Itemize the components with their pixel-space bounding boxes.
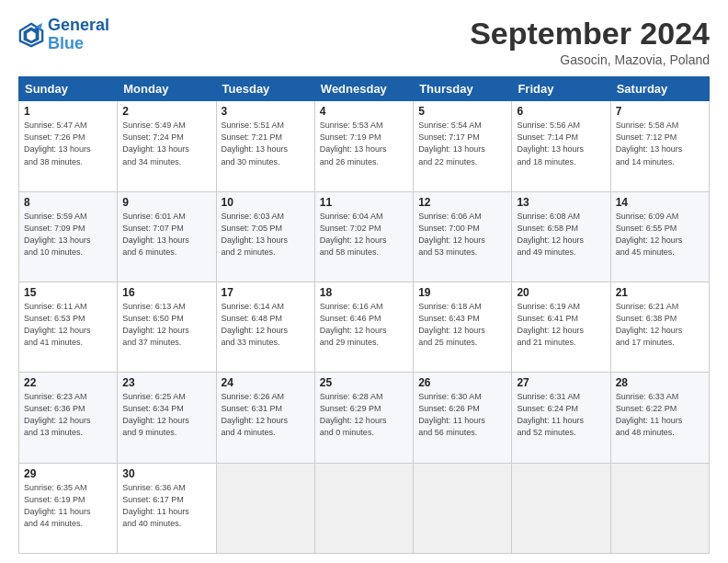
calendar-day-cell: 17Sunrise: 6:14 AM Sunset: 6:48 PM Dayli… (216, 282, 314, 373)
day-number: 15 (24, 286, 112, 299)
logo-line1: General (48, 17, 109, 35)
day-number: 3 (222, 105, 310, 118)
day-number: 2 (122, 105, 210, 118)
day-number: 25 (320, 376, 408, 389)
col-saturday: Saturday (610, 77, 709, 101)
calendar-table: Sunday Monday Tuesday Wednesday Thursday… (18, 76, 710, 554)
col-wednesday: Wednesday (314, 77, 413, 101)
calendar-week-row: 1Sunrise: 5:47 AM Sunset: 7:26 PM Daylig… (19, 101, 710, 191)
day-number: 6 (517, 105, 605, 118)
day-detail: Sunrise: 6:36 AM Sunset: 6:17 PM Dayligh… (122, 482, 210, 530)
day-detail: Sunrise: 5:49 AM Sunset: 7:24 PM Dayligh… (122, 120, 210, 167)
calendar-day-cell: 15Sunrise: 6:11 AM Sunset: 6:53 PM Dayli… (19, 282, 118, 373)
calendar-day-cell (610, 463, 709, 553)
day-detail: Sunrise: 6:01 AM Sunset: 7:07 PM Dayligh… (122, 211, 210, 259)
calendar-day-cell: 8Sunrise: 5:59 AM Sunset: 7:09 PM Daylig… (19, 191, 118, 282)
day-number: 13 (517, 196, 605, 209)
day-detail: Sunrise: 6:30 AM Sunset: 6:26 PM Dayligh… (418, 391, 506, 439)
calendar-title: September 2024 (470, 17, 710, 51)
day-detail: Sunrise: 6:25 AM Sunset: 6:34 PM Dayligh… (122, 391, 210, 439)
calendar-day-cell: 16Sunrise: 6:13 AM Sunset: 6:50 PM Dayli… (118, 282, 216, 373)
day-detail: Sunrise: 6:03 AM Sunset: 7:05 PM Dayligh… (222, 211, 310, 259)
header-row: Sunday Monday Tuesday Wednesday Thursday… (19, 77, 710, 101)
day-number: 28 (616, 376, 704, 389)
calendar-day-cell: 6Sunrise: 5:56 AM Sunset: 7:14 PM Daylig… (512, 101, 610, 191)
calendar-day-cell: 3Sunrise: 5:51 AM Sunset: 7:21 PM Daylig… (216, 101, 314, 191)
day-number: 29 (24, 467, 112, 480)
day-number: 8 (24, 196, 112, 209)
calendar-day-cell: 11Sunrise: 6:04 AM Sunset: 7:02 PM Dayli… (314, 191, 413, 282)
day-detail: Sunrise: 6:11 AM Sunset: 6:53 PM Dayligh… (24, 301, 112, 349)
day-detail: Sunrise: 5:54 AM Sunset: 7:17 PM Dayligh… (418, 120, 506, 167)
col-thursday: Thursday (414, 77, 512, 101)
calendar-day-cell: 7Sunrise: 5:58 AM Sunset: 7:12 PM Daylig… (610, 101, 709, 191)
day-number: 30 (122, 467, 210, 480)
day-detail: Sunrise: 6:31 AM Sunset: 6:24 PM Dayligh… (517, 391, 605, 439)
calendar-day-cell: 4Sunrise: 5:53 AM Sunset: 7:19 PM Daylig… (314, 101, 413, 191)
logo-text: General Blue (48, 17, 109, 53)
calendar-day-cell: 29Sunrise: 6:35 AM Sunset: 6:19 PM Dayli… (19, 463, 118, 553)
day-number: 5 (418, 105, 506, 118)
calendar-day-cell (512, 463, 610, 553)
calendar-day-cell: 23Sunrise: 6:25 AM Sunset: 6:34 PM Dayli… (118, 373, 216, 463)
calendar-day-cell: 5Sunrise: 5:54 AM Sunset: 7:17 PM Daylig… (414, 101, 512, 191)
day-number: 24 (222, 376, 310, 389)
day-detail: Sunrise: 6:04 AM Sunset: 7:02 PM Dayligh… (320, 211, 408, 259)
day-detail: Sunrise: 6:16 AM Sunset: 6:46 PM Dayligh… (320, 301, 408, 349)
day-number: 7 (616, 105, 704, 118)
logo-line2: Blue (48, 35, 109, 53)
day-number: 19 (418, 286, 506, 299)
day-number: 20 (517, 286, 605, 299)
col-friday: Friday (512, 77, 610, 101)
day-number: 21 (616, 286, 704, 299)
calendar-body: 1Sunrise: 5:47 AM Sunset: 7:26 PM Daylig… (19, 101, 710, 554)
calendar-day-cell: 13Sunrise: 6:08 AM Sunset: 6:58 PM Dayli… (512, 191, 610, 282)
calendar-header: Sunday Monday Tuesday Wednesday Thursday… (19, 77, 710, 101)
calendar-week-row: 15Sunrise: 6:11 AM Sunset: 6:53 PM Dayli… (19, 282, 710, 373)
calendar-day-cell: 21Sunrise: 6:21 AM Sunset: 6:38 PM Dayli… (610, 282, 709, 373)
day-number: 16 (122, 286, 210, 299)
general-blue-logo-icon (18, 22, 44, 48)
day-detail: Sunrise: 6:26 AM Sunset: 6:31 PM Dayligh… (222, 391, 310, 439)
calendar-day-cell: 28Sunrise: 6:33 AM Sunset: 6:22 PM Dayli… (610, 373, 709, 463)
calendar-day-cell (314, 463, 413, 553)
day-detail: Sunrise: 6:06 AM Sunset: 7:00 PM Dayligh… (418, 211, 506, 259)
day-number: 14 (616, 196, 704, 209)
day-detail: Sunrise: 5:58 AM Sunset: 7:12 PM Dayligh… (616, 120, 704, 167)
calendar-day-cell: 22Sunrise: 6:23 AM Sunset: 6:36 PM Dayli… (19, 373, 118, 463)
day-number: 4 (320, 105, 408, 118)
calendar-day-cell: 20Sunrise: 6:19 AM Sunset: 6:41 PM Dayli… (512, 282, 610, 373)
day-detail: Sunrise: 6:18 AM Sunset: 6:43 PM Dayligh… (418, 301, 506, 349)
day-number: 17 (222, 286, 310, 299)
calendar-week-row: 22Sunrise: 6:23 AM Sunset: 6:36 PM Dayli… (19, 373, 710, 463)
day-detail: Sunrise: 6:09 AM Sunset: 6:55 PM Dayligh… (616, 211, 704, 259)
calendar-day-cell: 26Sunrise: 6:30 AM Sunset: 6:26 PM Dayli… (414, 373, 512, 463)
day-detail: Sunrise: 5:59 AM Sunset: 7:09 PM Dayligh… (24, 211, 112, 259)
day-number: 12 (418, 196, 506, 209)
calendar-day-cell: 14Sunrise: 6:09 AM Sunset: 6:55 PM Dayli… (610, 191, 709, 282)
col-monday: Monday (118, 77, 216, 101)
col-tuesday: Tuesday (216, 77, 314, 101)
day-detail: Sunrise: 5:51 AM Sunset: 7:21 PM Dayligh… (222, 120, 310, 167)
day-detail: Sunrise: 6:35 AM Sunset: 6:19 PM Dayligh… (24, 482, 112, 530)
calendar-day-cell: 12Sunrise: 6:06 AM Sunset: 7:00 PM Dayli… (414, 191, 512, 282)
day-detail: Sunrise: 6:28 AM Sunset: 6:29 PM Dayligh… (320, 391, 408, 439)
day-detail: Sunrise: 5:47 AM Sunset: 7:26 PM Dayligh… (24, 120, 112, 167)
day-number: 11 (320, 196, 408, 209)
day-number: 10 (222, 196, 310, 209)
header: General Blue September 2024 Gasocin, Maz… (18, 17, 710, 67)
calendar-day-cell: 2Sunrise: 5:49 AM Sunset: 7:24 PM Daylig… (118, 101, 216, 191)
calendar-day-cell: 25Sunrise: 6:28 AM Sunset: 6:29 PM Dayli… (314, 373, 413, 463)
day-detail: Sunrise: 6:23 AM Sunset: 6:36 PM Dayligh… (24, 391, 112, 439)
day-number: 9 (122, 196, 210, 209)
logo: General Blue (18, 17, 109, 53)
day-number: 22 (24, 376, 112, 389)
day-detail: Sunrise: 6:19 AM Sunset: 6:41 PM Dayligh… (517, 301, 605, 349)
day-detail: Sunrise: 6:08 AM Sunset: 6:58 PM Dayligh… (517, 211, 605, 259)
calendar-day-cell: 30Sunrise: 6:36 AM Sunset: 6:17 PM Dayli… (118, 463, 216, 553)
calendar-day-cell: 9Sunrise: 6:01 AM Sunset: 7:07 PM Daylig… (118, 191, 216, 282)
calendar-day-cell: 18Sunrise: 6:16 AM Sunset: 6:46 PM Dayli… (314, 282, 413, 373)
col-sunday: Sunday (19, 77, 118, 101)
calendar-day-cell: 1Sunrise: 5:47 AM Sunset: 7:26 PM Daylig… (19, 101, 118, 191)
title-block: September 2024 Gasocin, Mazovia, Poland (470, 17, 710, 67)
